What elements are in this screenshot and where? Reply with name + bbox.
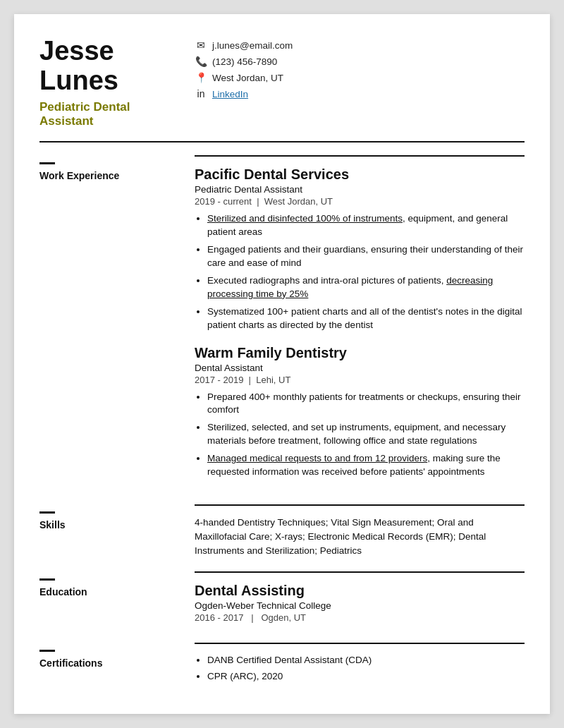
certifications-label: Certifications	[39, 657, 178, 669]
resume-header: Jesse Lunes Pediatric Dental Assistant ✉…	[39, 37, 525, 142]
first-name: Jesse	[39, 36, 114, 66]
job-1-bullets: Sterilized and disinfected 100% of instr…	[195, 212, 525, 332]
skills-section: Skills 4-handed Dentistry Techniques; Vi…	[39, 492, 525, 559]
job-1-company: Pacific Dental Services	[195, 166, 525, 183]
skills-dash	[39, 511, 55, 514]
certifications-right: DANB Certified Dental Assistant (CDA) CP…	[195, 630, 525, 688]
job-2-bullet-1: Prepared 400+ monthly patients for treat…	[207, 391, 525, 418]
bullet-underline: decreasing processing time by 25%	[207, 275, 493, 299]
candidate-title: Pediatric Dental Assistant	[39, 100, 178, 129]
cert-item-2: CPR (ARC), 2020	[207, 670, 525, 684]
email-value: j.lunes@email.com	[212, 40, 293, 51]
job-1-meta: 2019 - current | West Jordan, UT	[195, 196, 525, 207]
skills-left: Skills	[39, 492, 195, 559]
candidate-name: Jesse Lunes	[39, 37, 178, 96]
linkedin-link[interactable]: LinkedIn	[212, 89, 248, 99]
contact-info: ✉ j.lunes@email.com 📞 (123) 456-7890 📍 W…	[195, 37, 525, 99]
education-divider	[195, 571, 525, 573]
work-experience-section: Work Experience Pacific Dental Services …	[39, 142, 525, 491]
work-divider	[195, 155, 525, 157]
skills-right: 4-handed Dentistry Techniques; Vital Sig…	[195, 492, 525, 559]
education-section: Education Dental Assisting Ogden-Weber T…	[39, 559, 525, 630]
certifications-left: Certifications	[39, 630, 195, 688]
edu-entry-1: Dental Assisting Ogden-Weber Technical C…	[195, 583, 525, 623]
work-experience-left: Work Experience	[39, 142, 195, 491]
job-2-role: Dental Assistant	[195, 363, 525, 373]
cert-dash	[39, 650, 55, 652]
job-2-bullets: Prepared 400+ monthly patients for treat…	[195, 391, 525, 479]
edu-1-meta: 2016 - 2017 | Ogden, UT	[195, 612, 525, 623]
linkedin-icon: in	[195, 88, 207, 99]
bullet-underline: Sterilized and disinfected 100% of instr…	[207, 213, 403, 224]
header-left: Jesse Lunes Pediatric Dental Assistant	[39, 37, 195, 128]
work-dash	[39, 162, 55, 164]
edu-1-degree: Dental Assisting	[195, 583, 525, 599]
location-item: 📍 West Jordan, UT	[195, 72, 525, 83]
job-1: Pacific Dental Services Pediatric Dental…	[195, 166, 525, 332]
work-experience-label: Work Experience	[39, 170, 178, 181]
last-name: Lunes	[39, 66, 118, 95]
cert-divider	[195, 643, 525, 644]
email-icon: ✉	[195, 40, 207, 51]
job-2-bullet-3: Managed medical requests to and from 12 …	[207, 452, 525, 479]
skills-text: 4-handed Dentistry Techniques; Vital Sig…	[195, 516, 525, 559]
phone-item: 📞 (123) 456-7890	[195, 56, 525, 67]
resume-document: Jesse Lunes Pediatric Dental Assistant ✉…	[14, 14, 550, 714]
education-left: Education	[39, 559, 195, 630]
job-1-role: Pediatric Dental Assistant	[195, 184, 525, 195]
education-label: Education	[39, 586, 178, 597]
phone-icon: 📞	[195, 56, 207, 67]
education-right: Dental Assisting Ogden-Weber Technical C…	[195, 559, 525, 630]
job-1-bullet-3: Executed radiographs and intra-oral pict…	[207, 274, 525, 301]
email-item: ✉ j.lunes@email.com	[195, 40, 525, 51]
education-dash	[39, 578, 55, 581]
job-2-meta: 2017 - 2019 | Lehi, UT	[195, 375, 525, 385]
certifications-section: Certifications DANB Certified Dental Ass…	[39, 630, 525, 688]
linkedin-item[interactable]: in LinkedIn	[195, 88, 525, 99]
skills-label: Skills	[39, 519, 178, 530]
cert-list: DANB Certified Dental Assistant (CDA) CP…	[195, 654, 525, 684]
cert-item-1: DANB Certified Dental Assistant (CDA)	[207, 654, 525, 667]
job-1-bullet-4: Systematized 100+ patient charts and all…	[207, 305, 525, 332]
job-2: Warm Family Dentistry Dental Assistant 2…	[195, 345, 525, 479]
skills-divider	[195, 504, 525, 506]
phone-value: (123) 456-7890	[212, 56, 277, 67]
job-2-company: Warm Family Dentistry	[195, 345, 525, 361]
edu-1-school: Ogden-Weber Technical College	[195, 600, 525, 611]
bullet-underline: Managed medical requests to and from 12 …	[207, 453, 427, 463]
location-icon: 📍	[195, 72, 207, 83]
work-experience-right: Pacific Dental Services Pediatric Dental…	[195, 142, 525, 491]
job-1-bullet-1: Sterilized and disinfected 100% of instr…	[207, 212, 525, 239]
job-2-bullet-2: Sterilized, selected, and set up instrum…	[207, 421, 525, 448]
location-value: West Jordan, UT	[212, 73, 283, 83]
job-1-bullet-2: Engaged patients and their guardians, en…	[207, 243, 525, 270]
